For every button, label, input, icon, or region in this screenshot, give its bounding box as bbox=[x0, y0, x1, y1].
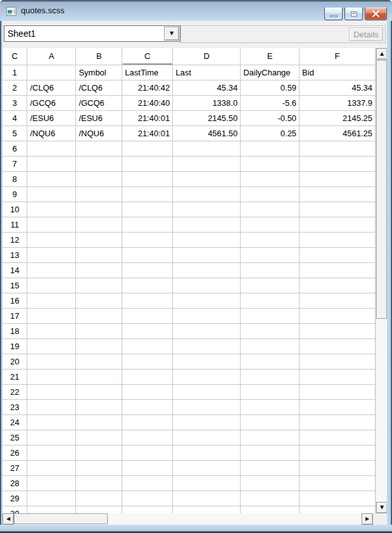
cell-D4[interactable]: 2145.50 bbox=[173, 110, 241, 125]
row-header-12[interactable]: 12 bbox=[3, 232, 27, 247]
cell-D27[interactable] bbox=[173, 460, 241, 475]
cell-A27[interactable] bbox=[27, 460, 76, 475]
sheet-selector-dropdown-button[interactable]: ▼ bbox=[164, 27, 179, 41]
cell-D9[interactable] bbox=[173, 186, 241, 202]
cell-E25[interactable] bbox=[241, 430, 300, 445]
cell-C8[interactable] bbox=[122, 171, 173, 186]
titlebar[interactable]: quotes.scss bbox=[0, 0, 392, 21]
cell-B21[interactable] bbox=[76, 369, 122, 384]
row-header-4[interactable]: 4 bbox=[3, 110, 27, 125]
column-header-F[interactable]: F bbox=[300, 48, 376, 65]
cell-B9[interactable] bbox=[76, 186, 122, 202]
cell-B7[interactable] bbox=[76, 156, 122, 171]
details-button[interactable]: Details bbox=[349, 27, 383, 41]
cell-E14[interactable] bbox=[241, 262, 300, 278]
cell-E17[interactable] bbox=[241, 308, 300, 323]
cell-F6[interactable] bbox=[300, 141, 376, 156]
cell-D2[interactable]: 45.34 bbox=[173, 80, 241, 95]
cell-D13[interactable] bbox=[173, 247, 241, 262]
cell-A5[interactable]: /NQU6 bbox=[27, 125, 76, 141]
cell-F22[interactable] bbox=[300, 384, 376, 399]
cell-D11[interactable] bbox=[173, 217, 241, 232]
cell-E16[interactable] bbox=[241, 293, 300, 308]
cell-A16[interactable] bbox=[27, 293, 76, 308]
cell-D26[interactable] bbox=[173, 445, 241, 460]
cell-B10[interactable] bbox=[76, 202, 122, 217]
cell-F12[interactable] bbox=[300, 232, 376, 247]
cell-B5[interactable]: /NQU6 bbox=[76, 125, 122, 141]
cell-D17[interactable] bbox=[173, 308, 241, 323]
cell-A11[interactable] bbox=[27, 217, 76, 232]
vertical-scroll-thumb[interactable] bbox=[376, 60, 387, 319]
cell-A1[interactable] bbox=[27, 65, 76, 80]
cell-F3[interactable]: 1337.9 bbox=[300, 95, 376, 110]
cell-C11[interactable] bbox=[122, 217, 173, 232]
cell-A14[interactable] bbox=[27, 262, 76, 278]
cell-E4[interactable]: -0.50 bbox=[241, 110, 300, 125]
cell-A22[interactable] bbox=[27, 384, 76, 399]
cell-C16[interactable] bbox=[122, 293, 173, 308]
row-header-3[interactable]: 3 bbox=[3, 95, 27, 110]
cell-B1[interactable]: Symbol bbox=[76, 65, 122, 80]
cell-B24[interactable] bbox=[76, 414, 122, 430]
cell-A12[interactable] bbox=[27, 232, 76, 247]
horizontal-scrollbar[interactable]: ◀ ▶ bbox=[3, 513, 373, 525]
cell-D25[interactable] bbox=[173, 430, 241, 445]
row-header-15[interactable]: 15 bbox=[3, 278, 27, 293]
cell-A6[interactable] bbox=[27, 141, 76, 156]
close-button[interactable] bbox=[365, 8, 387, 20]
cell-D16[interactable] bbox=[173, 293, 241, 308]
row-header-18[interactable]: 18 bbox=[3, 323, 27, 338]
cell-A18[interactable] bbox=[27, 323, 76, 338]
cell-B30[interactable] bbox=[76, 506, 122, 513]
cell-F25[interactable] bbox=[300, 430, 376, 445]
minimize-button[interactable] bbox=[324, 8, 343, 20]
cell-A9[interactable] bbox=[27, 186, 76, 202]
cell-C14[interactable] bbox=[122, 262, 173, 278]
cell-F4[interactable]: 2145.25 bbox=[300, 110, 376, 125]
cell-E2[interactable]: 0.59 bbox=[241, 80, 300, 95]
cell-A20[interactable] bbox=[27, 354, 76, 369]
cell-B27[interactable] bbox=[76, 460, 122, 475]
cell-C21[interactable] bbox=[122, 369, 173, 384]
cell-C2[interactable]: 21:40:42 bbox=[122, 80, 173, 95]
column-header-C[interactable]: C bbox=[122, 48, 173, 65]
cell-C13[interactable] bbox=[122, 247, 173, 262]
cell-B26[interactable] bbox=[76, 445, 122, 460]
row-header-19[interactable]: 19 bbox=[3, 338, 27, 354]
cell-E23[interactable] bbox=[241, 399, 300, 414]
column-header-A[interactable]: A bbox=[27, 48, 76, 65]
row-header-17[interactable]: 17 bbox=[3, 308, 27, 323]
row-header-11[interactable]: 11 bbox=[3, 217, 27, 232]
cell-E27[interactable] bbox=[241, 460, 300, 475]
cell-F2[interactable]: 45.34 bbox=[300, 80, 376, 95]
grid-corner[interactable]: C bbox=[3, 48, 27, 65]
cell-C15[interactable] bbox=[122, 278, 173, 293]
cell-E19[interactable] bbox=[241, 338, 300, 354]
cell-C5[interactable]: 21:40:01 bbox=[122, 125, 173, 141]
cell-F19[interactable] bbox=[300, 338, 376, 354]
cell-C22[interactable] bbox=[122, 384, 173, 399]
cell-F26[interactable] bbox=[300, 445, 376, 460]
row-header-14[interactable]: 14 bbox=[3, 262, 27, 278]
cell-D23[interactable] bbox=[173, 399, 241, 414]
row-header-30[interactable]: 30 bbox=[3, 506, 27, 513]
cell-A24[interactable] bbox=[27, 414, 76, 430]
cell-C9[interactable] bbox=[122, 186, 173, 202]
cell-C27[interactable] bbox=[122, 460, 173, 475]
scroll-down-button[interactable]: ▼ bbox=[376, 502, 388, 513]
cell-E28[interactable] bbox=[241, 475, 300, 491]
cell-C18[interactable] bbox=[122, 323, 173, 338]
scroll-right-button[interactable]: ▶ bbox=[362, 513, 373, 525]
cell-A19[interactable] bbox=[27, 338, 76, 354]
cell-F30[interactable] bbox=[300, 506, 376, 513]
cell-E1[interactable]: DailyChange bbox=[241, 65, 300, 80]
cell-B14[interactable] bbox=[76, 262, 122, 278]
cell-B3[interactable]: /GCQ6 bbox=[76, 95, 122, 110]
cell-A25[interactable] bbox=[27, 430, 76, 445]
row-header-7[interactable]: 7 bbox=[3, 156, 27, 171]
cell-F16[interactable] bbox=[300, 293, 376, 308]
cell-B6[interactable] bbox=[76, 141, 122, 156]
cell-F23[interactable] bbox=[300, 399, 376, 414]
cell-E6[interactable] bbox=[241, 141, 300, 156]
